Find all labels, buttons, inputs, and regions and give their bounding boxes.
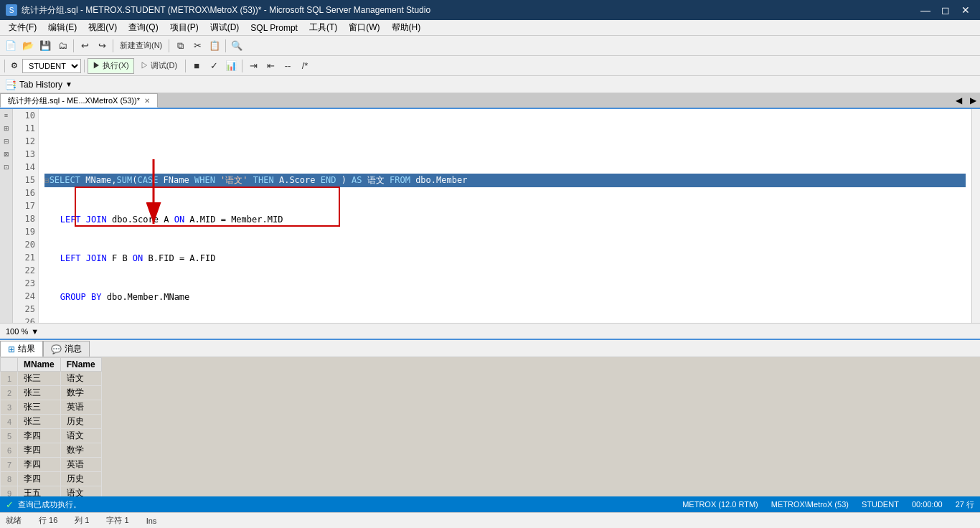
- uncomment-btn[interactable]: /*: [297, 58, 313, 74]
- menu-file[interactable]: 文件(F): [3, 20, 42, 35]
- indent-btn[interactable]: ⇥: [245, 58, 261, 74]
- execute-button[interactable]: ▶ 执行(X): [88, 58, 134, 74]
- tab-history-label[interactable]: Tab History: [19, 80, 62, 90]
- status-message: 查询已成功执行。: [18, 499, 81, 510]
- doc-tab-close[interactable]: ✕: [144, 97, 150, 105]
- copy-btn[interactable]: ⧉: [172, 38, 188, 54]
- status-database: STUDENT: [862, 500, 899, 509]
- vt-btn5[interactable]: ⊡: [1, 164, 12, 175]
- cell-fname: 英语: [60, 400, 101, 415]
- sep2: [113, 39, 113, 52]
- save-btn[interactable]: 💾: [37, 38, 53, 54]
- results-icon: ⊞: [8, 344, 15, 354]
- sep3: [169, 39, 169, 52]
- code-line-10: [44, 135, 966, 148]
- sep5: [4, 60, 5, 72]
- minimize-button[interactable]: —: [917, 4, 934, 16]
- open-btn[interactable]: 📂: [20, 38, 36, 54]
- result-table-container[interactable]: MName FName 1张三语文2张三数学3张三英语4张三历史5李四语文6李四…: [0, 357, 980, 496]
- col-fname: FName: [60, 358, 101, 372]
- result-tab-results[interactable]: ⊞ 结果: [0, 341, 43, 357]
- menu-edit[interactable]: 编辑(E): [42, 20, 83, 35]
- table-row: 4张三历史: [1, 415, 102, 429]
- table-row: 2张三数学: [1, 386, 102, 400]
- menu-debug[interactable]: 调试(D): [204, 20, 245, 35]
- menu-sqlprompt[interactable]: SQL Prompt: [245, 22, 303, 34]
- menu-project[interactable]: 项目(P): [164, 20, 204, 35]
- new-file-btn[interactable]: 📄: [3, 38, 19, 54]
- cell-fname: 语文: [60, 372, 101, 386]
- comment-btn[interactable]: --: [280, 58, 296, 74]
- menu-help[interactable]: 帮助(H): [386, 20, 427, 35]
- status-rows: 27 行: [956, 499, 974, 510]
- code-line-11: ⊟SELECT MName,SUM(CASE FName WHEN '语文' T…: [44, 174, 966, 187]
- col-mname: MName: [18, 358, 61, 372]
- cell-rownum: 4: [1, 415, 18, 429]
- find-btn[interactable]: 🔍: [229, 38, 245, 54]
- tab-history-toggle[interactable]: ▼: [65, 80, 72, 88]
- bottom-char: 字符 1: [106, 515, 128, 526]
- doc-tab-main[interactable]: 统计并分组.sql - ME...X\MetroX (53))* ✕: [0, 93, 158, 108]
- cell-mname: 李四: [18, 458, 61, 472]
- vt-btn1[interactable]: ≡: [1, 112, 12, 123]
- cell-mname: 张三: [18, 386, 61, 400]
- editor-split: ≡ ⊞ ⊟ ⊠ ⊡ 10 11 12 13 14 15 16 17 18 19 …: [0, 109, 980, 339]
- vt-btn2[interactable]: ⊞: [1, 125, 12, 136]
- tab-scroll-right[interactable]: ▶: [966, 93, 980, 108]
- check-btn[interactable]: ✓: [206, 58, 222, 74]
- code-line-13: LEFT JOIN F B ON B.FID = A.FID: [44, 252, 966, 265]
- table-row: 9王五语文: [1, 486, 102, 497]
- cell-fname: 语文: [60, 486, 101, 497]
- cell-rownum: 3: [1, 400, 18, 415]
- sep8: [242, 60, 242, 72]
- menu-query[interactable]: 查询(Q): [123, 20, 164, 35]
- cell-mname: 张三: [18, 400, 61, 415]
- zoom-dropdown-icon[interactable]: ▼: [31, 327, 39, 336]
- menu-window[interactable]: 窗口(W): [343, 20, 385, 35]
- line-numbers: 10 11 12 13 14 15 16 17 18 19 20 21 22 2…: [13, 109, 39, 323]
- vt-btn3[interactable]: ⊟: [1, 138, 12, 149]
- database-dropdown[interactable]: STUDENT: [22, 59, 81, 73]
- cell-fname: 历史: [60, 472, 101, 486]
- result-tabs: ⊞ 结果 💬 消息: [0, 340, 980, 357]
- cut-btn[interactable]: ✂: [189, 38, 205, 54]
- table-row: 1张三语文: [1, 372, 102, 386]
- cell-mname: 张三: [18, 415, 61, 429]
- sep1: [73, 39, 74, 52]
- redo-btn[interactable]: ↪: [94, 38, 110, 54]
- sep4: [225, 39, 226, 52]
- vt-btn4[interactable]: ⊠: [1, 151, 12, 162]
- cell-rownum: 6: [1, 443, 18, 458]
- cell-mname: 李四: [18, 429, 61, 443]
- debug-button[interactable]: ▷ 调试(D): [136, 58, 182, 74]
- restore-button[interactable]: ◻: [937, 4, 954, 16]
- stop-btn[interactable]: ■: [189, 58, 204, 74]
- table-row: 3张三英语: [1, 400, 102, 415]
- bottom-status: 就绪: [6, 515, 22, 526]
- parse-btn[interactable]: 📊: [223, 58, 239, 74]
- menu-tools[interactable]: 工具(T): [303, 20, 343, 35]
- editor-area[interactable]: ⊟SELECT MName,SUM(CASE FName WHEN '语文' T…: [39, 109, 971, 323]
- result-tab-messages[interactable]: 💬 消息: [43, 341, 90, 357]
- bottom-line: 行 16: [39, 515, 57, 526]
- zoom-bar: 100 % ▼: [0, 323, 980, 339]
- tab-scroll-left[interactable]: ◀: [951, 93, 966, 108]
- new-query-btn[interactable]: 新建查询(N): [116, 38, 166, 54]
- cell-fname: 英语: [60, 458, 101, 472]
- menu-view[interactable]: 视图(V): [83, 20, 123, 35]
- cell-rownum: 2: [1, 386, 18, 400]
- save-all-btn[interactable]: 🗂: [55, 38, 70, 54]
- status-connection: METROX\MetroX (53): [771, 500, 849, 509]
- cell-rownum: 9: [1, 486, 18, 497]
- editor-scrollbar[interactable]: [971, 109, 980, 323]
- cell-mname: 王五: [18, 486, 61, 497]
- cell-rownum: 7: [1, 458, 18, 472]
- result-area: ⊞ 结果 💬 消息 MName FName: [0, 339, 980, 496]
- outdent-btn[interactable]: ⇤: [263, 58, 278, 74]
- undo-btn[interactable]: ↩: [77, 38, 93, 54]
- close-button[interactable]: ✕: [957, 4, 974, 16]
- tab-history-icon: 📑: [4, 79, 17, 90]
- paste-btn[interactable]: 📋: [207, 38, 222, 54]
- sep7: [185, 60, 186, 72]
- code-content[interactable]: ⊟SELECT MName,SUM(CASE FName WHEN '语文' T…: [39, 109, 971, 323]
